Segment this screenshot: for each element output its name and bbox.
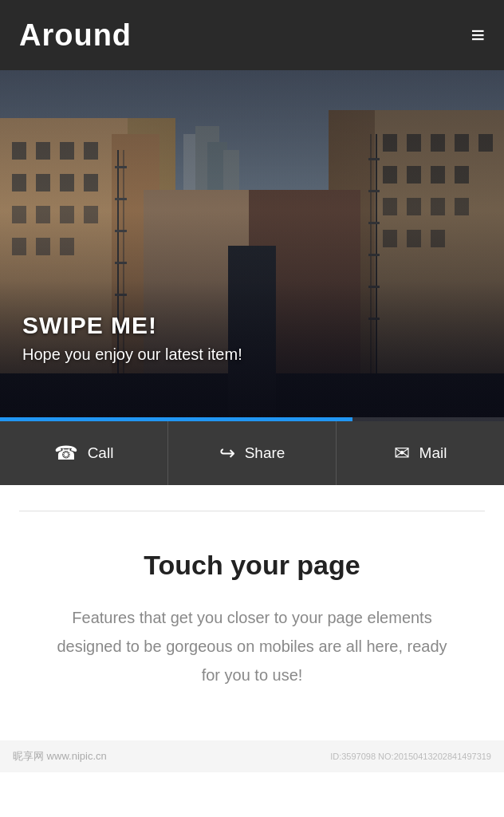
- watermark-bar: 昵享网 www.nipic.cn ID:3597098 NO:201504132…: [0, 740, 504, 772]
- hero-overlay: [0, 70, 504, 421]
- mail-button[interactable]: ✉ Mail: [337, 421, 504, 485]
- hero-text-block: SWIPE ME! Hope you enjoy our latest item…: [22, 312, 242, 364]
- watermark-left: 昵享网 www.nipic.cn: [13, 749, 107, 764]
- hero-subtitle: Hope you enjoy our latest item!: [22, 345, 242, 364]
- hero-progress-fill: [0, 417, 352, 421]
- phone-icon: ☎: [54, 442, 78, 464]
- action-bar: ☎ Call ↪ Share ✉ Mail: [0, 421, 504, 485]
- hero-progress-bar: [0, 417, 504, 421]
- share-button[interactable]: ↪ Share: [168, 421, 337, 485]
- content-section: Touch your page Features that get you cl…: [0, 511, 504, 740]
- watermark-right: ID:3597098 NO:20150413202841497319: [330, 752, 491, 761]
- call-label: Call: [88, 444, 114, 462]
- app-header: Around ≡: [0, 0, 504, 70]
- hero-section: SWIPE ME! Hope you enjoy our latest item…: [0, 70, 504, 421]
- content-body: Features that get you closer to your pag…: [48, 603, 456, 689]
- call-button[interactable]: ☎ Call: [0, 421, 168, 485]
- share-label: Share: [245, 444, 285, 462]
- content-title: Touch your page: [48, 550, 456, 581]
- hamburger-icon[interactable]: ≡: [471, 23, 485, 47]
- mail-icon: ✉: [394, 442, 410, 464]
- hero-swipe-label: SWIPE ME!: [22, 312, 242, 339]
- divider-section: [0, 485, 504, 511]
- app-title: Around: [19, 18, 132, 53]
- share-icon: ↪: [219, 442, 235, 464]
- mail-label: Mail: [419, 444, 447, 462]
